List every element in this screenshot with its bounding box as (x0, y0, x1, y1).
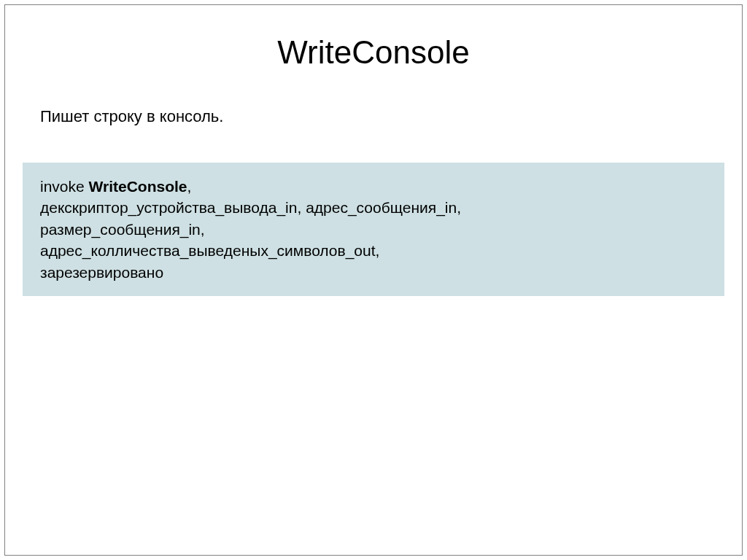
code-line-1: invoke WriteConsole, (40, 176, 707, 197)
code-block: invoke WriteConsole, декскриптор_устройс… (23, 163, 724, 296)
code-line-4: адрес_колличества_выведеных_символов_out… (40, 240, 707, 261)
code-funcname: WriteConsole (89, 178, 187, 195)
slide-frame: WriteConsole Пишет строку в консоль. inv… (4, 4, 743, 556)
code-line-5: зарезервировано (40, 262, 707, 283)
slide-description: Пишет строку в консоль. (5, 107, 742, 126)
code-line-3: размер_сообщения_in, (40, 219, 707, 240)
code-line-2: декскриптор_устройства_вывода_in, адрес_… (40, 197, 707, 218)
code-suffix: , (187, 178, 192, 195)
code-keyword: invoke (40, 178, 85, 195)
slide-title: WriteConsole (5, 34, 742, 71)
